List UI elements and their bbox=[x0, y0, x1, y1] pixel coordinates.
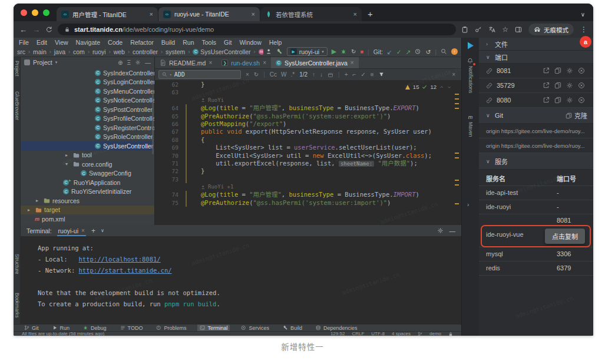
stop-button[interactable]: ■ bbox=[361, 49, 363, 55]
search-toggle-cc[interactable]: Cc bbox=[270, 71, 277, 78]
sidebar-item-notifications[interactable]: Notifications bbox=[462, 58, 479, 93]
tool-window-button-todo[interactable]: TODO bbox=[118, 325, 146, 331]
status-item[interactable]: 129:52 bbox=[330, 331, 345, 336]
chevron-right-icon[interactable]: ▸ bbox=[65, 153, 71, 158]
tree-scrollbar[interactable] bbox=[152, 90, 154, 154]
browser-tab[interactable]: 若依管理系统× bbox=[260, 7, 362, 21]
next-problem-icon[interactable] bbox=[447, 85, 452, 90]
translate-icon[interactable] bbox=[488, 26, 495, 33]
open-external-icon[interactable] bbox=[543, 82, 550, 89]
window-controls[interactable] bbox=[14, 9, 57, 21]
tool-strip-item-structure[interactable]: Structure bbox=[14, 254, 20, 274]
close-circle-icon[interactable] bbox=[578, 97, 585, 104]
prev-problem-icon[interactable] bbox=[439, 85, 444, 90]
breadcrumb-item[interactable]: madd bbox=[259, 48, 263, 55]
service-row[interactable]: ide-ruoyi- bbox=[479, 200, 593, 214]
update-available-icon[interactable]: ↑ bbox=[451, 48, 458, 55]
inspections-widget[interactable]: 15 12 bbox=[405, 84, 452, 90]
terminal-tab[interactable]: ruoyi-ui × bbox=[57, 225, 86, 236]
close-circle-icon[interactable] bbox=[578, 67, 585, 74]
menu-item-run[interactable]: Run bbox=[183, 39, 194, 46]
tool-window-button-problems[interactable]: Problems bbox=[154, 325, 189, 331]
menu-item-window[interactable]: Window bbox=[239, 39, 261, 46]
reload-icon[interactable] bbox=[45, 26, 52, 33]
terminal-settings-gear-icon[interactable] bbox=[437, 227, 444, 234]
breadcrumb-item[interactable]: java bbox=[54, 48, 65, 55]
git-section-header[interactable]: ∨Git 克隆 bbox=[479, 108, 593, 124]
tree-item[interactable]: ▸tool bbox=[21, 151, 154, 160]
search-everywhere-icon[interactable] bbox=[441, 48, 447, 55]
new-terminal-icon[interactable]: + bbox=[91, 227, 95, 235]
clipboard-icon[interactable] bbox=[461, 26, 468, 33]
editor-tab[interactable]: README.md× bbox=[155, 57, 217, 68]
tree-item[interactable]: CSwaggerConfig bbox=[21, 169, 154, 178]
error-stripe[interactable] bbox=[455, 81, 459, 225]
breadcrumb-item[interactable]: ruoyi bbox=[92, 48, 106, 55]
tree-item[interactable]: CRuoYiServletInitializer bbox=[21, 187, 154, 197]
port-row[interactable]: 8080 bbox=[479, 93, 593, 108]
tab-overflow-icon[interactable]: ∨ bbox=[581, 11, 585, 21]
maximize-window-button[interactable] bbox=[43, 9, 49, 16]
status-item[interactable]: UTF-8 bbox=[371, 331, 385, 336]
minimize-terminal-icon[interactable]: — bbox=[449, 227, 456, 234]
filter-funnel-icon[interactable] bbox=[379, 72, 384, 77]
menu-item-tools[interactable]: Tools bbox=[201, 39, 216, 46]
tool-window-button-run[interactable]: Run bbox=[50, 325, 72, 331]
menu-item-build[interactable]: Build bbox=[161, 39, 175, 46]
next-match-icon[interactable]: ↓ bbox=[320, 71, 323, 78]
settings-gear-icon[interactable] bbox=[566, 97, 573, 104]
tree-item[interactable]: mpom.xml bbox=[21, 214, 154, 224]
minimize-window-button[interactable] bbox=[32, 9, 38, 16]
settings-gear-icon[interactable] bbox=[566, 67, 573, 74]
collapse-all-icon[interactable]: Ξ bbox=[127, 59, 131, 66]
breadcrumb-item[interactable]: system bbox=[166, 48, 185, 55]
port-row[interactable]: 35729 bbox=[479, 78, 593, 93]
menu-item-code[interactable]: Code bbox=[108, 39, 123, 46]
port-row[interactable]: 8081 bbox=[479, 64, 593, 78]
status-item[interactable]: 4 spaces bbox=[392, 331, 411, 336]
terminal-dropdown-icon[interactable]: ∨ bbox=[101, 228, 104, 233]
close-find-bar-icon[interactable]: × bbox=[452, 71, 455, 78]
copy-icon[interactable] bbox=[554, 97, 561, 104]
git-clone-button[interactable]: 克隆 bbox=[566, 111, 587, 120]
ports-section-header[interactable]: ∨端口 bbox=[479, 51, 593, 64]
project-panel-title[interactable]: Project bbox=[33, 59, 52, 66]
tree-item[interactable]: CSysRoleController bbox=[21, 133, 154, 142]
address-bar[interactable]: start.titanide.cn/ide/web/coding/ruoyi-v… bbox=[58, 24, 456, 35]
git-commit-icon[interactable]: ✓ bbox=[396, 48, 402, 55]
author-hint[interactable]: RuoYi +1 bbox=[187, 183, 233, 191]
git-push-icon[interactable]: ↗ bbox=[406, 48, 411, 55]
tree-item[interactable]: C▶RuoYiApplication bbox=[21, 178, 154, 187]
browser-menu-icon[interactable]: ⋮ bbox=[580, 25, 587, 34]
tree-item[interactable]: CSysPostController bbox=[21, 105, 154, 114]
close-terminal-tab-icon[interactable]: × bbox=[81, 227, 85, 234]
hide-panel-icon[interactable]: — bbox=[145, 59, 151, 66]
forward-icon[interactable]: → bbox=[32, 26, 40, 34]
locate-icon[interactable]: ⊕ bbox=[118, 59, 123, 66]
search-input[interactable]: ▾ ADD bbox=[158, 70, 241, 79]
tool-strip-item-gluebrowser[interactable]: GlueBrowser bbox=[14, 91, 20, 120]
chevron-right-icon[interactable]: ▸ bbox=[36, 198, 41, 203]
tree-item[interactable]: ▾core.config bbox=[21, 160, 154, 169]
close-tab-icon[interactable]: × bbox=[252, 11, 255, 18]
bookmark-star-icon[interactable]: ☆ bbox=[502, 25, 508, 34]
build-hammer-icon[interactable] bbox=[276, 48, 283, 55]
close-tab-icon[interactable]: × bbox=[150, 11, 153, 18]
editor-tab[interactable]: CSysUserController.java× bbox=[271, 57, 359, 68]
menu-item-refactor[interactable]: Refactor bbox=[130, 39, 154, 46]
new-tab-button[interactable]: + bbox=[368, 9, 373, 21]
remove-occurrence-icon[interactable]: ⌐ bbox=[353, 71, 356, 78]
tree-item[interactable]: CSysIndexController bbox=[21, 68, 154, 78]
service-row[interactable]: mysql3306 bbox=[479, 247, 593, 262]
tool-window-button-terminal[interactable]: Terminal bbox=[197, 325, 230, 331]
tree-item[interactable]: CSysNoticeController bbox=[21, 96, 154, 105]
back-icon[interactable]: ← bbox=[19, 26, 27, 34]
status-item[interactable]: demo bbox=[429, 331, 441, 336]
menu-item-help[interactable]: Help bbox=[269, 39, 282, 46]
tree-item[interactable]: CSysRegisterController bbox=[21, 123, 154, 133]
tool-window-button-debug[interactable]: Debug bbox=[81, 325, 109, 331]
menu-item-edit[interactable]: Edit bbox=[37, 39, 47, 46]
menu-item-navigate[interactable]: Navigate bbox=[76, 39, 100, 46]
tree-item[interactable]: CSysProfileController bbox=[21, 114, 154, 124]
status-item[interactable]: CRLF bbox=[352, 331, 364, 336]
